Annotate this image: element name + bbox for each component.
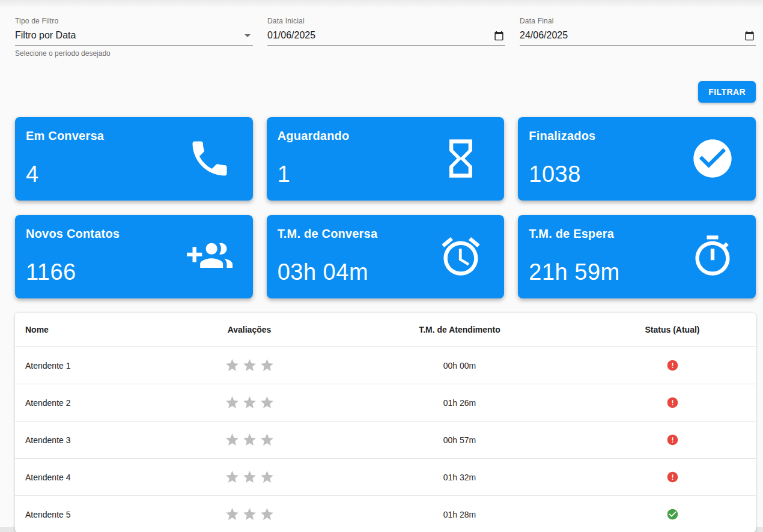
header-status-atual: Status (Atual) bbox=[589, 325, 756, 334]
attendants-table: Nome Avaliações T.M. de Atendimento Stat… bbox=[15, 313, 756, 532]
star-icon bbox=[260, 395, 275, 410]
rating-stars bbox=[225, 432, 275, 447]
filter-type-helper: Selecione o período desejado bbox=[15, 49, 253, 58]
stat-card: Finalizados 1038 bbox=[518, 117, 756, 201]
header-nome: Nome bbox=[15, 325, 168, 334]
filter-actions-row: FILTRAR bbox=[15, 81, 756, 103]
star-icon bbox=[225, 432, 240, 447]
stat-card-value: 1 bbox=[278, 162, 350, 187]
check-circle-icon bbox=[666, 509, 679, 519]
error-icon bbox=[666, 471, 679, 482]
end-date-field: Data Final 24/06/2025 bbox=[520, 17, 756, 58]
timer-icon bbox=[690, 234, 735, 279]
star-icon bbox=[260, 507, 275, 522]
filter-row: Tipo de Filtro Filtro por Data Selecione… bbox=[15, 17, 756, 58]
star-icon bbox=[242, 358, 257, 373]
stat-card-value: 21h 59m bbox=[529, 259, 619, 285]
hourglass-icon bbox=[438, 136, 484, 181]
header-tm-atendimento: T.M. de Atendimento bbox=[330, 325, 589, 334]
table-body: Atendente 1 00h 00m Atendente 2 01h 26m … bbox=[15, 346, 756, 532]
stat-card-title: Finalizados bbox=[529, 129, 595, 143]
table-row: Atendente 3 00h 57m bbox=[15, 421, 756, 458]
filter-type-field: Tipo de Filtro Filtro por Data Selecione… bbox=[15, 17, 253, 58]
attendant-tm: 01h 26m bbox=[330, 398, 589, 408]
calendar-icon[interactable] bbox=[744, 31, 755, 41]
rating-stars bbox=[225, 470, 275, 485]
stat-card: Em Conversa 4 bbox=[15, 117, 253, 201]
stat-card: T.M. de Conversa 03h 04m bbox=[267, 215, 505, 298]
star-icon bbox=[260, 470, 275, 485]
star-icon bbox=[260, 358, 275, 373]
stat-card-value: 1038 bbox=[529, 162, 595, 187]
error-icon bbox=[666, 360, 679, 370]
filter-type-select[interactable]: Filtro por Data bbox=[15, 30, 253, 46]
attendant-name: Atendente 5 bbox=[15, 510, 168, 519]
attendant-tm: 00h 00m bbox=[330, 361, 589, 370]
error-icon bbox=[666, 434, 679, 444]
rating-stars bbox=[225, 358, 275, 373]
stat-cards-grid: Em Conversa 4 Aguardando 1 Finalizados 1… bbox=[15, 117, 756, 298]
stat-card: T.M. de Espera 21h 59m bbox=[518, 215, 756, 298]
start-date-field: Data Inicial 01/06/2025 bbox=[267, 17, 505, 58]
attendant-tm: 01h 32m bbox=[330, 473, 589, 482]
top-appbar-shadow bbox=[0, 0, 763, 8]
star-icon bbox=[242, 470, 257, 485]
star-icon bbox=[225, 507, 240, 522]
alarm-icon bbox=[438, 234, 484, 279]
start-date-input[interactable]: 01/06/2025 bbox=[267, 30, 505, 46]
stat-card-value: 4 bbox=[26, 162, 104, 187]
stat-card-title: Novos Contatos bbox=[26, 227, 120, 241]
attendant-tm: 00h 57m bbox=[330, 435, 589, 445]
stat-card-value: 03h 04m bbox=[278, 259, 378, 285]
star-icon bbox=[225, 395, 240, 410]
filter-type-value: Filtro por Data bbox=[15, 30, 76, 41]
attendant-tm: 01h 28m bbox=[330, 510, 589, 519]
attendant-name: Atendente 4 bbox=[15, 473, 168, 482]
star-icon bbox=[242, 507, 257, 522]
start-date-value: 01/06/2025 bbox=[267, 30, 315, 41]
stat-card-title: Aguardando bbox=[278, 129, 350, 143]
star-icon bbox=[242, 395, 257, 410]
error-icon bbox=[666, 397, 679, 407]
dashboard-page: Tipo de Filtro Filtro por Data Selecione… bbox=[0, 0, 763, 527]
attendant-name: Atendente 2 bbox=[15, 398, 168, 408]
header-avaliacoes: Avaliações bbox=[168, 325, 330, 334]
table-row: Atendente 4 01h 32m bbox=[15, 458, 756, 495]
stat-card-title: T.M. de Conversa bbox=[278, 227, 378, 241]
table-header-row: Nome Avaliações T.M. de Atendimento Stat… bbox=[15, 313, 756, 346]
stat-card-title: T.M. de Espera bbox=[529, 227, 619, 241]
table-row: Atendente 2 01h 26m bbox=[15, 384, 756, 421]
start-date-label: Data Inicial bbox=[267, 17, 505, 25]
check-circle-icon bbox=[690, 136, 735, 181]
table-row: Atendente 1 00h 00m bbox=[15, 346, 756, 384]
dashboard-content: Tipo de Filtro Filtro por Data Selecione… bbox=[0, 8, 763, 532]
stat-card-value: 1166 bbox=[26, 259, 120, 285]
stat-card: Aguardando 1 bbox=[267, 117, 505, 201]
stat-card-title: Em Conversa bbox=[26, 129, 104, 143]
calendar-icon[interactable] bbox=[494, 31, 504, 41]
end-date-label: Data Final bbox=[520, 17, 756, 25]
group-add-icon bbox=[187, 234, 233, 279]
star-icon bbox=[225, 358, 240, 373]
star-icon bbox=[225, 470, 240, 485]
table-row: Atendente 5 01h 28m bbox=[15, 495, 756, 532]
filter-type-label: Tipo de Filtro bbox=[15, 17, 253, 25]
star-icon bbox=[260, 432, 275, 447]
stat-card: Novos Contatos 1166 bbox=[15, 215, 253, 298]
attendant-name: Atendente 1 bbox=[15, 361, 168, 370]
end-date-value: 24/06/2025 bbox=[520, 30, 568, 41]
filtrar-button[interactable]: FILTRAR bbox=[698, 81, 756, 103]
attendant-name: Atendente 3 bbox=[15, 435, 168, 445]
star-icon bbox=[242, 432, 257, 447]
rating-stars bbox=[225, 507, 275, 522]
phone-icon bbox=[187, 136, 233, 181]
end-date-input[interactable]: 24/06/2025 bbox=[520, 30, 756, 46]
chevron-down-icon bbox=[245, 34, 251, 37]
rating-stars bbox=[225, 395, 275, 410]
